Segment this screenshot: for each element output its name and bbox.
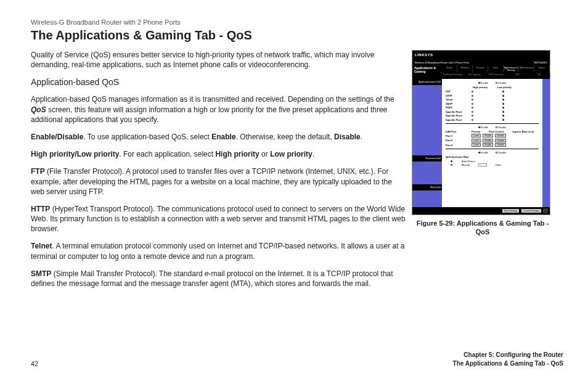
select[interactable]: Low ▾ [472, 139, 481, 142]
mini-tab[interactable]: Setup [442, 65, 457, 72]
disable-radio-label: Disable [498, 126, 506, 129]
radio-icon[interactable] [478, 82, 480, 84]
disable-option: Disable [334, 133, 361, 141]
qos-em: QoS [31, 105, 46, 114]
enable-paragraph: Enable/Disable. To use application-based… [31, 132, 407, 142]
mini-tab[interactable]: Wireless [457, 65, 473, 72]
body-column: Quality of Service (QoS) ensures better … [31, 50, 407, 296]
footer-section: The Applications & Gaming Tab - QoS [453, 359, 563, 368]
text-input[interactable] [478, 163, 487, 166]
mini-subtab[interactable]: Port Range Forwarding [442, 72, 463, 79]
mini-tab-active[interactable]: Applications & Gaming [504, 65, 519, 72]
product-header: Wireless-G Broadband Router with 2 Phone… [31, 18, 563, 26]
router-admin-screenshot: LINKSYS Wireless-G Broadband Router with… [412, 50, 550, 215]
text: Application-based QoS manages informatio… [31, 95, 394, 104]
radio-icon[interactable] [502, 95, 504, 97]
ftp-paragraph: FTP (File Transfer Protocol). A protocol… [31, 166, 407, 197]
app-qos-intro: Application-based QoS manages informatio… [31, 94, 407, 125]
upstream-label: QoS Upstream Rate [446, 155, 470, 158]
select[interactable]: Enable [483, 139, 493, 142]
text: . A terminal emulation protocol commonly… [31, 242, 405, 260]
mini-subtab[interactable]: QoS [528, 72, 550, 79]
mini-subtab[interactable]: Port Triggering [463, 72, 485, 79]
intro-paragraph: Quality of Service (QoS) ensures better … [31, 50, 407, 70]
radio-icon[interactable] [478, 126, 480, 128]
app-row: FTP [446, 90, 463, 93]
telnet-label: Telnet [31, 242, 52, 250]
mini-footer: Save Settings Cancel Changes [412, 207, 550, 215]
cancel-button[interactable]: Cancel Changes [521, 209, 541, 213]
radio-icon[interactable] [472, 119, 473, 121]
text: . Otherwise, keep the default, [236, 133, 334, 141]
radio-icon[interactable] [472, 103, 473, 105]
port-row: Port 3 [446, 144, 463, 147]
radio-icon[interactable] [496, 82, 497, 84]
radio-icon[interactable] [472, 107, 473, 109]
select[interactable]: Disable [495, 139, 506, 142]
mini-right-strip [542, 79, 550, 208]
col-high: High priority [473, 86, 488, 89]
radio-icon[interactable] [502, 115, 504, 117]
app-row: Specific Port# [446, 118, 463, 121]
radio-icon[interactable] [451, 164, 452, 166]
mini-tab[interactable]: Status [534, 65, 550, 72]
page-number: 42 [31, 360, 38, 367]
radio-icon[interactable] [496, 152, 497, 154]
mini-model-bar: Wireless-G Broadband Router with 2 Phone… [412, 59, 550, 65]
app-row: Telnet [446, 98, 463, 101]
page-title: The Applications & Gaming Tab - QoS [31, 28, 563, 43]
priority-paragraph: High priority/Low priority. For each app… [31, 149, 407, 159]
save-button[interactable]: Save Settings [502, 209, 520, 213]
select[interactable]: Enable [483, 143, 493, 147]
radio-icon[interactable] [451, 160, 452, 162]
radio-icon[interactable] [502, 91, 504, 92]
radio-icon[interactable] [502, 119, 504, 121]
select[interactable]: Disable [495, 143, 506, 147]
radio-icon[interactable] [502, 99, 504, 100]
col-header: Ingress Rate Limit [512, 130, 534, 133]
enable-radio-label: Enable [481, 151, 488, 154]
select[interactable]: Low ▾ [472, 143, 481, 147]
app-row: Specific Port# [446, 110, 463, 113]
ftp-label: FTP [31, 167, 45, 176]
select[interactable]: Disable [495, 134, 506, 137]
figure-column: LINKSYS Wireless-G Broadband Router with… [412, 50, 553, 296]
app-row: HTTP [446, 94, 463, 97]
radio-icon[interactable] [472, 95, 473, 97]
footer-chapter: Chapter 5: Configuring the Router [453, 351, 563, 359]
mini-side-label: Application-based QoS [412, 79, 442, 85]
port-row: Port 1 [446, 134, 463, 137]
smtp-label: SMTP [31, 269, 51, 278]
port-row: Port 2 [446, 139, 463, 142]
mini-tab[interactable]: Security [473, 65, 488, 72]
enable-label: Enable/Disable [31, 133, 83, 141]
radio-icon[interactable] [472, 91, 473, 92]
col-low: Low priority [497, 86, 512, 89]
text: . To use application-based QoS, select [83, 133, 211, 141]
radio-icon[interactable] [478, 152, 480, 154]
radio-icon[interactable] [502, 103, 504, 105]
model-name: Wireless-G Broadband Router with 2 Phone… [415, 61, 469, 64]
radio-icon[interactable] [496, 126, 497, 128]
radio-icon[interactable] [472, 111, 473, 113]
mini-subtab[interactable]: UPnP Forwarding [485, 72, 507, 79]
select[interactable]: Low ▾ [472, 134, 481, 137]
radio-icon[interactable] [472, 99, 473, 100]
radio-icon[interactable] [472, 115, 473, 117]
radio-icon[interactable] [502, 111, 504, 113]
col-header: Flow Control [489, 130, 504, 133]
mini-tab[interactable]: Administration [519, 65, 534, 72]
telnet-paragraph: Telnet. A terminal emulation protocol co… [31, 241, 407, 261]
mini-subtab[interactable]: DMZ [507, 72, 528, 79]
select[interactable]: Enable [483, 134, 493, 137]
app-row: POP3 [446, 106, 463, 109]
enable-radio-label: Enable [481, 81, 488, 84]
mini-sidebar: Application-based QoS Port-based QoS Wir… [412, 79, 442, 208]
radio-icon[interactable] [502, 107, 504, 109]
col-header: Priority [472, 130, 480, 133]
figure-caption: Figure 5-29: Applications & Gaming Tab -… [412, 219, 553, 237]
mini-tab[interactable]: Voice [488, 65, 504, 72]
text: (File Transfer Protocol). A protocol use… [31, 167, 392, 195]
priority-label: High priority/Low priority [31, 150, 119, 158]
auto-label: Auto Detect [462, 160, 475, 163]
